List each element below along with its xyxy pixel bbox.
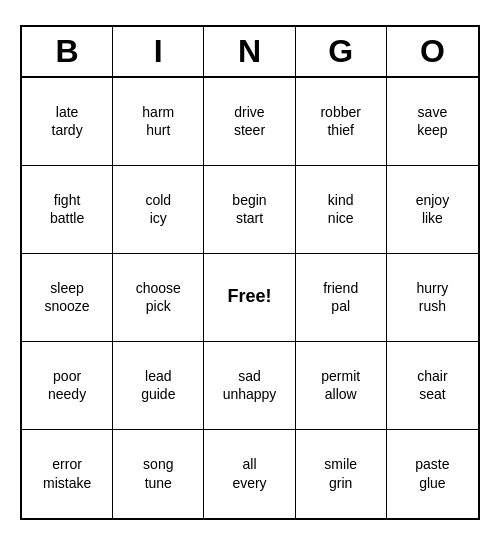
bingo-cell: kindnice: [296, 166, 387, 254]
bingo-cell: permitallow: [296, 342, 387, 430]
bingo-cell: leadguide: [113, 342, 204, 430]
bingo-cell: allevery: [204, 430, 295, 518]
bingo-cell: enjoylike: [387, 166, 478, 254]
bingo-cell: robberthief: [296, 78, 387, 166]
bingo-header: BINGO: [22, 27, 478, 78]
bingo-cell: friendpal: [296, 254, 387, 342]
header-letter: G: [296, 27, 387, 76]
bingo-cell: sleepsnooze: [22, 254, 113, 342]
bingo-grid: latetardyharmhurtdrivesteerrobberthiefsa…: [22, 78, 478, 518]
bingo-cell: choosepick: [113, 254, 204, 342]
bingo-cell: drivesteer: [204, 78, 295, 166]
header-letter: N: [204, 27, 295, 76]
bingo-cell: songtune: [113, 430, 204, 518]
bingo-cell: coldicy: [113, 166, 204, 254]
free-cell: Free!: [204, 254, 295, 342]
bingo-cell: pasteglue: [387, 430, 478, 518]
header-letter: B: [22, 27, 113, 76]
bingo-cell: fightbattle: [22, 166, 113, 254]
bingo-cell: beginstart: [204, 166, 295, 254]
bingo-cell: sadunhappy: [204, 342, 295, 430]
bingo-cell: harmhurt: [113, 78, 204, 166]
bingo-cell: poorneedy: [22, 342, 113, 430]
bingo-cell: chairseat: [387, 342, 478, 430]
bingo-cell: hurryrush: [387, 254, 478, 342]
bingo-cell: savekeep: [387, 78, 478, 166]
bingo-card: BINGO latetardyharmhurtdrivesteerrobbert…: [20, 25, 480, 520]
header-letter: I: [113, 27, 204, 76]
bingo-cell: smilegrin: [296, 430, 387, 518]
header-letter: O: [387, 27, 478, 76]
bingo-cell: latetardy: [22, 78, 113, 166]
bingo-cell: errormistake: [22, 430, 113, 518]
